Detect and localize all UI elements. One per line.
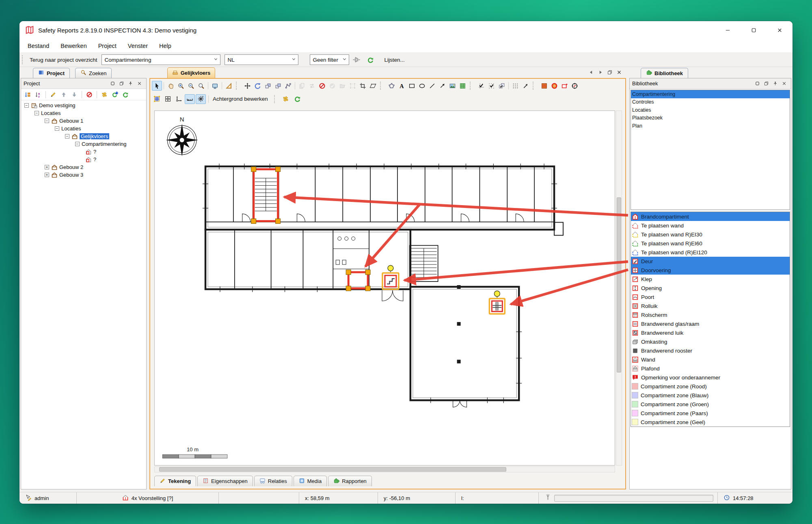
win-close-button[interactable] bbox=[135, 79, 144, 89]
library-item-te-plaatsen-wand-r-ei30[interactable]: Te plaatsen wand R)EI30 bbox=[631, 230, 790, 239]
tree-item-gebouw-1[interactable]: −Gebouw 1 bbox=[21, 117, 146, 125]
pan-hand-button[interactable] bbox=[166, 81, 176, 91]
pin-button[interactable] bbox=[771, 79, 780, 89]
menu-project[interactable]: Project bbox=[93, 39, 122, 53]
filter-icon[interactable] bbox=[352, 56, 361, 64]
prev-triangle-button[interactable] bbox=[588, 69, 594, 77]
swap-yellow-button[interactable] bbox=[281, 94, 291, 104]
refresh-add-button[interactable] bbox=[110, 90, 120, 100]
folder-button[interactable] bbox=[337, 81, 348, 91]
lists-button[interactable]: Lijsten... bbox=[384, 57, 405, 63]
next-triangle-button[interactable] bbox=[598, 69, 603, 77]
polyline-button[interactable] bbox=[283, 81, 293, 91]
category-combobox[interactable]: Compartimentering bbox=[102, 54, 220, 65]
library-item-te-plaatsen-wand-r-ei60[interactable]: Te plaatsen wand R)EI60 bbox=[631, 239, 790, 248]
zoom-out-button[interactable] bbox=[186, 81, 196, 91]
tab-rapporten[interactable]: Rapporten bbox=[328, 476, 372, 486]
tree-expander[interactable]: + bbox=[45, 173, 49, 177]
library-item-poort[interactable]: Poort bbox=[631, 292, 790, 301]
line-button[interactable] bbox=[427, 81, 437, 91]
library-item-compartiment-zone-geel[interactable]: Compartiment zone (Geel) bbox=[631, 418, 790, 427]
tab-gelijkvloers[interactable]: Gelijkvloers bbox=[167, 67, 215, 78]
win-restore-button[interactable] bbox=[117, 79, 126, 89]
library-item-opmerking-voor-onderaannemer[interactable]: !Opmerking voor onderaannemer bbox=[631, 373, 790, 382]
tree-expander[interactable]: − bbox=[45, 119, 49, 123]
tab-zoeken[interactable]: Zoeken bbox=[75, 68, 112, 78]
sort-az-button[interactable]: az bbox=[33, 90, 43, 100]
win-max-button[interactable] bbox=[753, 79, 762, 89]
library-item-brandwerend-glas-raam[interactable]: Brandwerend glas/raam bbox=[631, 319, 790, 328]
close-button[interactable] bbox=[767, 21, 793, 39]
tab-project[interactable]: Project bbox=[33, 68, 70, 78]
library-item-brandwerend-rooster[interactable]: Brandwerend rooster bbox=[631, 346, 790, 355]
zoom-button[interactable] bbox=[196, 81, 206, 91]
refresh-green-button[interactable] bbox=[292, 94, 302, 104]
win-close-button[interactable] bbox=[616, 69, 622, 77]
snap-grid-button[interactable] bbox=[486, 81, 497, 91]
text-button[interactable]: A bbox=[397, 81, 407, 91]
arrow-line-button[interactable] bbox=[437, 81, 447, 91]
crop-button[interactable] bbox=[358, 81, 368, 91]
replace-button[interactable] bbox=[307, 81, 317, 91]
tab-eigenschappen[interactable]: Eigenschappen bbox=[197, 476, 253, 486]
polygon-button[interactable] bbox=[387, 81, 397, 91]
snap-object-button[interactable] bbox=[497, 81, 507, 91]
library-item-opening[interactable]: Opening bbox=[631, 284, 790, 292]
library-item-omkasting[interactable]: Omkasting bbox=[631, 337, 790, 346]
tree-item-demo-vestiging[interactable]: −Demo vestiging bbox=[21, 102, 146, 109]
dots-grid-button[interactable] bbox=[510, 81, 520, 91]
library-category-plaatsbezoek[interactable]: Plaatsbezoek bbox=[631, 114, 790, 122]
library-item-plafond[interactable]: Plafond bbox=[631, 364, 790, 373]
tree-expander[interactable]: − bbox=[35, 111, 39, 115]
menu-bewerken[interactable]: Bewerken bbox=[55, 39, 92, 53]
refresh-icon[interactable] bbox=[367, 56, 374, 63]
rotate-button[interactable] bbox=[253, 81, 263, 91]
tree-expander[interactable]: + bbox=[45, 165, 49, 169]
vscroll-thumb[interactable] bbox=[617, 197, 621, 372]
library-item-klep[interactable]: Klep bbox=[631, 275, 790, 284]
copy-up-button[interactable] bbox=[273, 81, 283, 91]
compass-dial-button[interactable] bbox=[570, 81, 580, 91]
library-item-compartiment-zone-paars[interactable]: Compartiment zone (Paars) bbox=[631, 409, 790, 418]
canvas-horizontal-scrollbar[interactable] bbox=[154, 466, 615, 472]
menu-bestand[interactable]: Bestand bbox=[22, 39, 55, 53]
library-category-compartimentering[interactable]: Compartimentering bbox=[631, 90, 790, 98]
library-item-rolluik[interactable]: Rolluik bbox=[631, 301, 790, 310]
table-green-button[interactable] bbox=[458, 81, 468, 91]
select-area-button[interactable] bbox=[348, 81, 358, 91]
tree-item-gebouw-3[interactable]: +Gebouw 3 bbox=[21, 171, 146, 179]
fit-screen-button[interactable] bbox=[210, 81, 220, 91]
grid-blue-button[interactable] bbox=[152, 94, 162, 104]
library-item-wand[interactable]: Wand bbox=[631, 355, 790, 364]
library-item-brandcompartiment[interactable]: Brandcompartiment bbox=[631, 212, 790, 221]
up-arrow-button[interactable] bbox=[59, 90, 69, 100]
zoom-in-button[interactable] bbox=[176, 81, 186, 91]
ellipse-button[interactable] bbox=[417, 81, 427, 91]
tree-item-locaties[interactable]: −Locaties bbox=[21, 109, 146, 117]
library-item-compartiment-zone-groen[interactable]: Compartiment zone (Groen) bbox=[631, 400, 790, 409]
tree-item-gebouw-2[interactable]: +Gebouw 2 bbox=[21, 163, 146, 171]
tree-expander[interactable]: − bbox=[55, 126, 59, 131]
forbidden-button[interactable] bbox=[317, 81, 327, 91]
measure-triangle-button[interactable] bbox=[224, 81, 234, 91]
edit-pencil-button[interactable] bbox=[48, 90, 58, 100]
pin-button[interactable] bbox=[126, 79, 135, 89]
sort-tree-button[interactable] bbox=[23, 90, 32, 100]
ring-red-button[interactable] bbox=[549, 81, 559, 91]
library-item-te-plaatsen-wand-r-ei120[interactable]: Te plaatsen wand (R)EI120 bbox=[631, 248, 790, 257]
library-item-compartiment-zone-blauw[interactable]: Compartiment zone (Blauw) bbox=[631, 391, 790, 400]
skew-button[interactable] bbox=[368, 81, 378, 91]
filter-combobox[interactable]: Geen filter bbox=[310, 54, 349, 65]
tab-media[interactable]: Media bbox=[294, 476, 327, 486]
library-category-locaties[interactable]: Locaties bbox=[631, 106, 790, 114]
language-combobox[interactable]: NL bbox=[225, 54, 298, 65]
axis-button[interactable] bbox=[174, 94, 184, 104]
library-item-doorvoering[interactable]: Doorvoering bbox=[631, 266, 790, 275]
library-item-rolscherm[interactable]: Rolscherm bbox=[631, 310, 790, 319]
swap-yellow-button[interactable] bbox=[99, 90, 109, 100]
win-max-button[interactable] bbox=[108, 79, 117, 89]
win-restore-button[interactable] bbox=[762, 79, 771, 89]
tree-item-gelijkvloers[interactable]: −Gelijkvloers bbox=[21, 132, 146, 140]
tree-expander[interactable]: − bbox=[65, 134, 69, 139]
tab-relaties[interactable]: Relaties bbox=[254, 476, 292, 486]
